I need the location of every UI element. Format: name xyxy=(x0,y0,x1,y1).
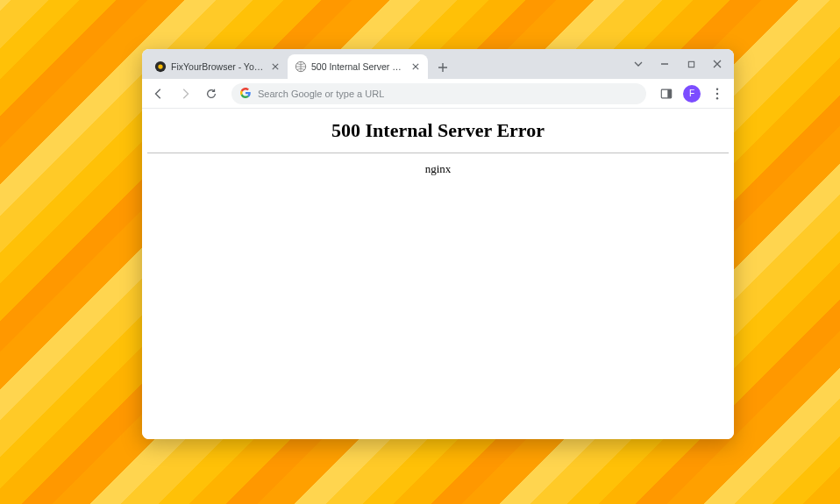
tab-label: 500 Internal Server Error xyxy=(311,61,406,72)
svg-point-1 xyxy=(158,64,162,68)
back-button[interactable] xyxy=(147,82,170,105)
close-icon[interactable] xyxy=(410,61,421,72)
avatar[interactable]: F xyxy=(683,85,701,103)
svg-rect-3 xyxy=(688,61,694,67)
menu-icon[interactable] xyxy=(706,82,729,105)
side-panel-icon[interactable] xyxy=(655,82,678,105)
forward-button[interactable] xyxy=(174,82,196,105)
maximize-button[interactable] xyxy=(678,52,704,76)
toolbar: Search Google or type a URL F xyxy=(142,79,734,109)
svg-point-6 xyxy=(716,88,718,89)
minimize-button[interactable] xyxy=(651,52,678,76)
tab-inactive[interactable]: FixYourBrowser - Your Trusted S… xyxy=(147,54,288,79)
window-controls xyxy=(625,49,734,79)
tab-strip: FixYourBrowser - Your Trusted S… 500 Int… xyxy=(142,49,625,79)
new-tab-button[interactable] xyxy=(431,56,454,79)
server-name: nginx xyxy=(142,162,734,176)
omnibox-placeholder: Search Google or type a URL xyxy=(258,89,637,99)
close-button[interactable] xyxy=(704,52,730,76)
svg-point-8 xyxy=(716,97,718,99)
divider xyxy=(147,153,729,153)
address-bar[interactable]: Search Google or type a URL xyxy=(231,83,646,104)
site-icon xyxy=(154,60,167,73)
chevron-down-icon[interactable] xyxy=(625,52,651,76)
svg-rect-5 xyxy=(667,89,671,98)
page-content: 500 Internal Server Error nginx xyxy=(142,109,734,439)
reload-button[interactable] xyxy=(200,82,223,105)
avatar-initial: F xyxy=(689,89,694,98)
svg-point-7 xyxy=(716,92,718,94)
tab-label: FixYourBrowser - Your Trusted S… xyxy=(171,61,266,72)
browser-window: FixYourBrowser - Your Trusted S… 500 Int… xyxy=(142,49,734,439)
google-icon xyxy=(240,86,251,102)
globe-icon xyxy=(295,60,307,73)
titlebar: FixYourBrowser - Your Trusted S… 500 Int… xyxy=(142,49,734,79)
close-icon[interactable] xyxy=(270,61,281,72)
tab-active[interactable]: 500 Internal Server Error xyxy=(288,54,428,79)
error-heading: 500 Internal Server Error xyxy=(142,119,734,142)
